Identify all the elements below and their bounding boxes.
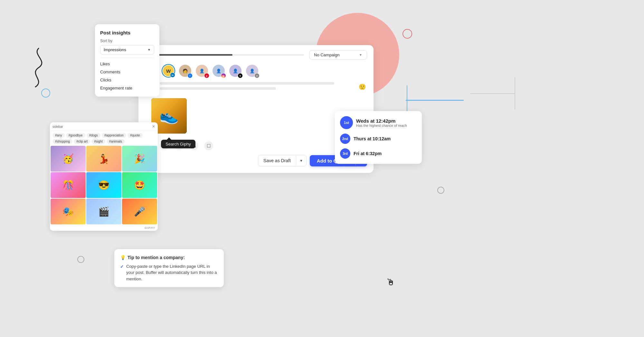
giphy-tags-row: #any #goodbye #dogs #appreciation #quote… [50, 131, 158, 146]
giphy-cell-3[interactable] [51, 172, 86, 198]
impressions-select[interactable]: Impressions ▼ [100, 45, 154, 54]
social-account-pinterest[interactable]: 👤 p [195, 64, 209, 78]
social-account-linkedin[interactable]: W in [162, 64, 175, 78]
facebook-badge: f [187, 73, 193, 78]
campaign-select[interactable]: No Campaign ▼ [309, 50, 367, 60]
giphy-cell-1[interactable] [86, 146, 121, 172]
tip-icon: 💡 [120, 255, 126, 260]
schedule-badge-1: 1st [340, 116, 353, 129]
giphy-header: sidebar ✕ [50, 122, 158, 131]
schedule-info-2: Thurs at 10:12am [354, 136, 417, 141]
giphy-footer: GIPHY [50, 226, 158, 231]
bg-decoration-gray-line-v [515, 77, 515, 109]
save-draft-dropdown-icon[interactable]: ▼ [296, 156, 306, 165]
insights-divider [100, 58, 154, 58]
campaign-arrow-icon: ▼ [359, 53, 362, 57]
toolbar-file-icon[interactable]: ☐ [204, 141, 213, 150]
schedule-slot-3[interactable]: 3rd Fri at 6:32pm [340, 148, 417, 159]
social-account-other[interactable]: 👤 o [245, 64, 259, 78]
linkedin-badge: in [170, 72, 175, 78]
giphy-cell-8[interactable] [122, 199, 157, 224]
composer-topbar: No Campaign ▼ [138, 45, 374, 60]
progress-bar [145, 54, 304, 56]
campaign-label: No Campaign [314, 52, 340, 57]
impressions-value: Impressions [104, 47, 126, 52]
impressions-arrow-icon: ▼ [147, 48, 151, 51]
tip-bullet-text-0: Copy-paste or type the LinkedIn page URL… [126, 263, 218, 282]
giphy-tooltip: Search Giphy [161, 140, 195, 148]
giphy-cell-5[interactable] [122, 172, 157, 198]
giphy-tag-4[interactable]: #quote [128, 133, 143, 138]
giphy-cell-6[interactable] [51, 199, 86, 224]
schedule-slot-1[interactable]: 1st Weds at 12:42pm Has the highest chan… [340, 116, 417, 129]
giphy-cell-4[interactable] [86, 172, 121, 198]
social-account-facebook[interactable]: 🧑 f [178, 64, 192, 78]
schedule-card: 1st Weds at 12:42pm Has the highest chan… [335, 111, 422, 164]
pinterest-badge: p [204, 73, 209, 78]
giphy-cell-7[interactable] [86, 199, 121, 224]
schedule-info-3: Fri at 6:32pm [354, 151, 417, 156]
bg-decoration-outline-circle-right [437, 187, 444, 194]
text-placeholder-line1 [160, 82, 334, 85]
insights-menu-engagement[interactable]: Engagement rate [100, 84, 154, 92]
giphy-tag-6[interactable]: #clip art [74, 139, 90, 144]
schedule-info-1: Weds at 12:42pm Has the highest chance o… [356, 118, 417, 127]
bg-decoration-blue-line-h [406, 100, 464, 101]
schedule-slot-2[interactable]: 2nd Thurs at 10:12am [340, 134, 417, 144]
giphy-browser-card: sidebar ✕ #any #goodbye #dogs #appreciat… [50, 122, 158, 231]
giphy-tag-7[interactable]: #sight [91, 139, 105, 144]
linkedin-compose-row: in 🙂 [138, 82, 374, 93]
schedule-sub-1: Has the highest chance of reach [356, 124, 417, 127]
text-placeholder-line2 [160, 87, 276, 90]
bg-decoration-gray-line-h [470, 93, 515, 94]
social-account-tiktok[interactable]: 👤 tt [229, 64, 242, 78]
instagram-badge: ig [221, 73, 226, 78]
insights-menu-comments[interactable]: Comments [100, 68, 154, 76]
schedule-time-3: Fri at 6:32pm [354, 151, 417, 156]
giphy-tag-8[interactable]: #animals [107, 139, 125, 144]
giphy-cell-2[interactable] [122, 146, 157, 172]
insights-menu-clicks[interactable]: Clicks [100, 76, 154, 84]
emoji-button[interactable]: 🙂 [357, 82, 367, 92]
save-draft-label: Save as Draft [258, 155, 296, 166]
tip-title-text: Tip to mention a company: [128, 255, 185, 260]
other-badge: o [254, 73, 260, 78]
insights-menu-likes[interactable]: Likes [100, 60, 154, 68]
save-draft-button[interactable]: Save as Draft ▼ [258, 155, 307, 166]
schedule-badge-3: 3rd [340, 148, 350, 159]
composer-text-input[interactable] [160, 82, 354, 92]
schedule-badge-2: 2nd [340, 134, 350, 144]
schedule-time-1: Weds at 12:42pm [356, 118, 417, 124]
bg-decoration-squiggle [19, 45, 71, 90]
giphy-tag-1[interactable]: #goodbye [66, 133, 85, 138]
giphy-grid [50, 146, 158, 226]
tip-check-icon: ✓ [120, 264, 124, 270]
social-accounts-row: t W in 🧑 f 👤 p 👤 ig [138, 64, 374, 78]
giphy-tag-0[interactable]: #any [52, 133, 65, 138]
tip-bullet-0: ✓ Copy-paste or type the LinkedIn page U… [120, 263, 218, 282]
mouse-cursor: 🖱 [386, 278, 398, 289]
giphy-tag-5[interactable]: #shopping [52, 139, 72, 144]
giphy-cell-0[interactable] [51, 146, 86, 172]
schedule-time-2: Thurs at 10:12am [354, 136, 417, 141]
bg-decoration-outline-circle-bottom [77, 256, 84, 263]
giphy-close-button[interactable]: ✕ [152, 124, 155, 129]
giphy-header-label: sidebar [52, 125, 63, 128]
post-insights-card: Post insights Sort by Impressions ▼ Like… [95, 24, 159, 97]
tip-title: 💡 Tip to mention a company: [120, 255, 218, 260]
giphy-tag-2[interactable]: #dogs [87, 133, 100, 138]
sort-by-label: Sort by [100, 39, 154, 43]
social-account-instagram[interactable]: 👤 ig [212, 64, 225, 78]
giphy-tag-3[interactable]: #appreciation [102, 133, 126, 138]
tip-card: 💡 Tip to mention a company: ✓ Copy-paste… [114, 249, 224, 287]
bg-decoration-outline-circle-top [402, 29, 412, 39]
post-insights-title: Post insights [100, 30, 154, 35]
tiktok-badge: tt [238, 73, 243, 78]
